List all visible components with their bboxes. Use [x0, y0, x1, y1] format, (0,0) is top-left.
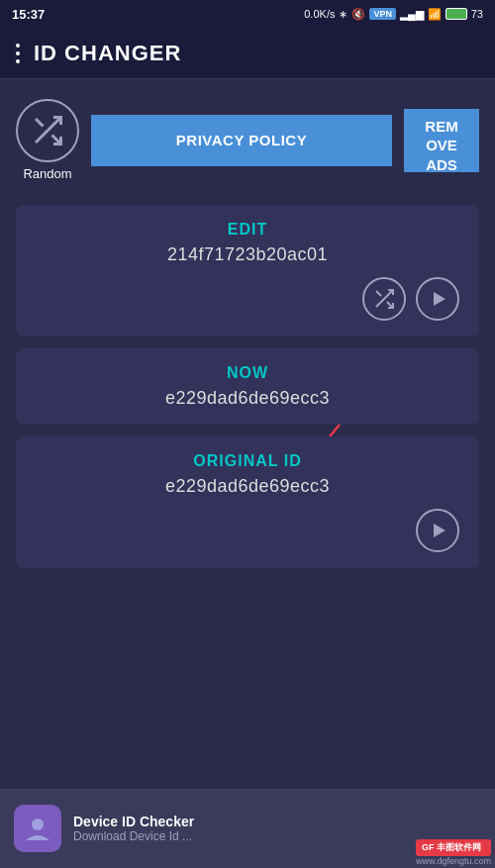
now-value: e229dad6de69ecc3: [36, 388, 459, 409]
edit-label: EDIT: [36, 221, 459, 239]
svg-marker-0: [434, 292, 446, 306]
app-title: ID CHANGER: [34, 41, 181, 66]
ad-title: Device ID Checker: [73, 814, 481, 829]
remove-ads-button[interactable]: REMOVEADS: [404, 109, 479, 172]
now-label: NOW: [36, 364, 459, 382]
original-card: ORIGINAL ID e229dad6de69ecc3: [16, 436, 479, 568]
ad-banner[interactable]: Device ID Checker Download Device Id ...…: [0, 789, 495, 868]
privacy-policy-button[interactable]: PRIVACY POLICY: [91, 115, 392, 166]
top-row: Random PRIVACY POLICY REMOVEADS: [16, 99, 479, 181]
watermark-brand: GF 丰图软件网: [416, 839, 491, 856]
menu-dot-1: [16, 44, 20, 48]
app-header: ID CHANGER: [0, 28, 495, 79]
edit-random-icon: [372, 287, 396, 311]
status-time: 15:37: [12, 7, 45, 22]
menu-icon[interactable]: [16, 44, 20, 63]
watermark-url: www.dgfengtu.com: [416, 856, 491, 866]
now-card: NOW e229dad6de69ecc3: [16, 348, 479, 425]
original-apply-button[interactable]: [416, 509, 459, 552]
battery-percent: 73: [471, 8, 483, 20]
svg-point-3: [32, 819, 44, 830]
bluetooth-icon: ∗: [339, 8, 347, 21]
wifi-icon: 📶: [428, 8, 442, 21]
random-icon: [30, 113, 65, 148]
menu-dot-3: [16, 59, 20, 63]
edit-value[interactable]: 214f71723b20ac01: [36, 244, 459, 265]
battery-icon: [446, 8, 467, 20]
edit-random-button[interactable]: [362, 277, 406, 321]
volume-icon: 🔇: [351, 8, 365, 21]
ad-icon-graphic: [22, 813, 53, 844]
status-bar: 15:37 0.0K/s ∗ 🔇 VPN ▂▄▆ 📶 73: [0, 0, 495, 28]
main-content: Random PRIVACY POLICY REMOVEADS EDIT 214…: [0, 79, 495, 868]
original-value: e229dad6de69ecc3: [36, 476, 459, 497]
vpn-badge: VPN: [369, 8, 396, 20]
edit-card: EDIT 214f71723b20ac01: [16, 205, 479, 337]
original-card-actions: [36, 509, 459, 552]
svg-marker-2: [434, 524, 446, 537]
edit-apply-button[interactable]: [416, 277, 459, 321]
ad-app-icon: [14, 805, 61, 852]
ad-watermark: GF 丰图软件网 www.dgfengtu.com: [416, 839, 491, 866]
original-label: ORIGINAL ID: [36, 452, 459, 470]
original-play-icon: [426, 519, 449, 542]
random-label: Random: [23, 166, 71, 181]
play-icon: [426, 287, 449, 311]
status-icons: 0.0K/s ∗ 🔇 VPN ▂▄▆ 📶 73: [304, 8, 483, 21]
edit-card-actions: [36, 277, 459, 321]
speed-indicator: 0.0K/s: [304, 8, 335, 20]
random-button[interactable]: [16, 99, 79, 162]
signal-icon: ▂▄▆: [400, 8, 424, 21]
random-container: Random: [16, 99, 79, 181]
menu-dot-2: [16, 51, 20, 55]
